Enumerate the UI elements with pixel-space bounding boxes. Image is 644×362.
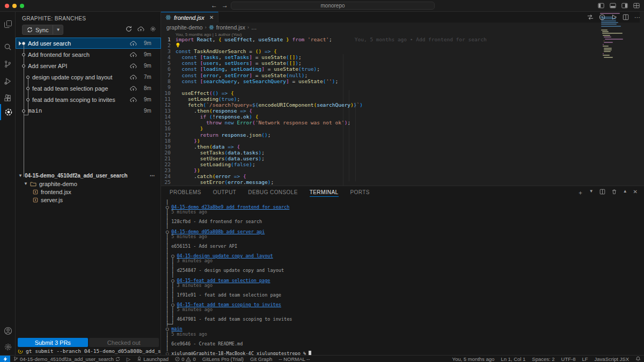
file-row[interactable]: server.js <box>16 196 161 204</box>
nav-back-icon[interactable]: ← <box>211 2 217 9</box>
code-line[interactable]: 9 <box>161 84 623 90</box>
branch-row[interactable]: design update copy and layout7m <box>16 71 161 83</box>
remote-indicator[interactable] <box>0 356 10 362</box>
lightbulb-icon[interactable] <box>175 42 180 48</box>
split-editor-icon[interactable] <box>623 14 629 20</box>
code-line[interactable]: 2 <box>161 42 623 48</box>
panel-tab-ports[interactable]: PORTS <box>350 189 370 195</box>
status-notifications[interactable] <box>632 356 644 361</box>
branch-row[interactable]: Add user search9m <box>16 38 161 49</box>
breadcrumb[interactable]: graphite-demo › frontend.jsx › … <box>166 24 257 31</box>
nav-forward-icon[interactable]: → <box>222 2 228 9</box>
command-center[interactable]: monorepo <box>231 2 435 10</box>
files-section-header[interactable]: ▼ 04-15-demo_4510df2a_add_user_search ⋯ <box>16 172 161 180</box>
file-row[interactable]: frontend.jsx <box>16 188 161 196</box>
zoom-window-button[interactable] <box>20 4 24 8</box>
terminal[interactable]: │◯ 04-15-demo_d23a8be9_add_frontend_for_… <box>166 200 633 353</box>
code-line[interactable]: 11 setLoading(true); <box>161 96 623 102</box>
search-icon[interactable] <box>0 39 16 55</box>
code-line[interactable]: 6 const [loading, setLoading] = useState… <box>161 66 623 72</box>
status-blame[interactable]: You, 5 months ago <box>449 356 497 362</box>
code-line[interactable]: 15 throw new Error('Network response was… <box>161 120 623 125</box>
sync-dropdown-chevron-icon[interactable]: ▼ <box>53 25 63 34</box>
kill-terminal-icon[interactable] <box>611 189 617 195</box>
account-icon[interactable] <box>0 323 16 339</box>
code-line[interactable]: 22 setLoading(false); <box>161 161 623 167</box>
branch-cloud[interactable] <box>130 63 144 69</box>
status-git-graph[interactable]: Git Graph <box>247 356 275 362</box>
branch-row[interactable]: feat add team scoping to invites9m <box>16 94 161 105</box>
code-line[interactable]: 10 useEffect(() => { <box>161 90 623 96</box>
breadcrumb-folder[interactable]: graphite-demo <box>166 24 203 31</box>
panel-tab-output[interactable]: OUTPUT <box>213 189 237 195</box>
code-line[interactable]: 12 fetch(`/search?query=${encodeURICompo… <box>161 102 623 108</box>
code-line[interactable]: 5 const [users, setUsers] = useState([])… <box>161 60 623 66</box>
status-vim-mode[interactable]: -- NORMAL -- <box>275 356 313 362</box>
refresh-icon[interactable] <box>126 26 132 32</box>
code-line[interactable]: 19 .then(data => { <box>161 144 623 150</box>
code-line[interactable]: 1import React, { useEffect, useState } f… <box>161 36 623 42</box>
split-terminal-icon[interactable] <box>599 189 605 195</box>
terminal-dropdown-chevron-icon[interactable]: ▼ <box>589 189 594 197</box>
editor-scrollbar[interactable] <box>640 12 644 186</box>
open-changes-icon[interactable] <box>587 14 594 20</box>
code-line[interactable]: 21 setUsers(data.users); <box>161 156 623 161</box>
status-gitlens[interactable]: GitLens Pro (Trial) <box>199 356 247 362</box>
status-language[interactable]: JavaScript JSX <box>591 356 632 362</box>
submit-prs-button[interactable]: Submit 3 PRs <box>18 338 88 347</box>
panel-tab-debug-console[interactable]: DEBUG CONSOLE <box>248 189 297 195</box>
sync-button[interactable]: Sync ▼ <box>22 25 63 35</box>
status-run-task[interactable]: ▷ <box>123 356 134 362</box>
branch-row[interactable]: main9m <box>16 105 161 116</box>
breadcrumb-symbol[interactable]: … <box>251 24 257 31</box>
panel-tab-terminal[interactable]: TERMINAL <box>310 189 339 197</box>
code-line[interactable]: 24 .catch(error => { <box>161 173 623 179</box>
branch-row[interactable]: Add frontend for search9m <box>16 49 161 60</box>
status-encoding[interactable]: UTF-8 <box>558 356 579 362</box>
toggle-secondary-sidebar-icon[interactable] <box>621 3 628 9</box>
code-line[interactable]: 18 }) <box>161 138 623 144</box>
status-branch[interactable]: 04-15-demo_4510df2a_add_user_search <box>10 356 123 362</box>
maximize-panel-chevron-icon[interactable]: ▲ <box>623 189 627 197</box>
branch-cloud[interactable] <box>130 74 144 80</box>
code-line[interactable]: 16 } <box>161 125 623 131</box>
code-line[interactable]: 20 setTasks(data.tasks); <box>161 150 623 156</box>
folder-row[interactable]: ▼ graphite-demo <box>16 180 161 188</box>
status-launchpad[interactable]: Launchpad <box>134 356 172 362</box>
status-problems[interactable]: 0 0 <box>172 356 199 362</box>
cloud-upload-icon[interactable] <box>137 26 144 32</box>
toggle-panel-icon[interactable] <box>610 3 616 9</box>
checked-out-button[interactable]: Checked out <box>89 338 159 347</box>
panel-tab-problems[interactable]: PROBLEMS <box>170 189 201 195</box>
status-eol[interactable]: LF <box>579 356 591 362</box>
branch-cloud[interactable] <box>130 40 144 47</box>
code-line[interactable]: 25 setError(error.message); <box>161 179 623 185</box>
code-line[interactable]: 7 const [error, setError] = useState(nul… <box>161 72 623 78</box>
code-line[interactable]: 23 }) <box>161 167 623 173</box>
run-debug-icon[interactable] <box>0 73 16 89</box>
code-line[interactable]: 14 if (!response.ok) { <box>161 114 623 120</box>
status-cursor-position[interactable]: Ln 1, Col 1 <box>497 356 529 362</box>
graphite-icon[interactable] <box>0 104 16 120</box>
new-terminal-icon[interactable]: ＋ <box>577 189 583 197</box>
code-line[interactable]: 13 .then(response => { <box>161 108 623 114</box>
customize-layout-icon[interactable] <box>633 3 640 9</box>
tab-frontend-jsx[interactable]: frontend.jsx ✕ <box>161 12 218 23</box>
code-line[interactable]: 3const TaskAndUserSearch = () => { <box>161 48 623 54</box>
branch-cloud[interactable] <box>130 85 144 92</box>
branch-row[interactable]: Add server API9m <box>16 60 161 71</box>
more-actions-icon[interactable]: ⋯ <box>150 173 156 179</box>
breadcrumb-file[interactable]: frontend.jsx <box>216 24 245 31</box>
branch-cloud[interactable] <box>130 97 144 103</box>
close-panel-icon[interactable]: ✕ <box>633 189 638 197</box>
code-line[interactable]: 4 const [tasks, setTasks] = useState([])… <box>161 54 623 60</box>
status-indentation[interactable]: Spaces: 2 <box>529 356 558 362</box>
code-line[interactable]: 8 const [searchQuery, setSearchQuery] = … <box>161 78 623 84</box>
source-control-icon[interactable] <box>0 56 16 72</box>
minimap[interactable] <box>600 13 623 99</box>
code-line[interactable]: 17 return response.json(); <box>161 132 623 138</box>
branch-row[interactable]: feat add team selection page8m <box>16 83 161 94</box>
toggle-sidebar-icon[interactable] <box>598 3 604 9</box>
branch-cloud[interactable] <box>130 51 144 58</box>
tab-close-icon[interactable]: ✕ <box>209 14 214 20</box>
